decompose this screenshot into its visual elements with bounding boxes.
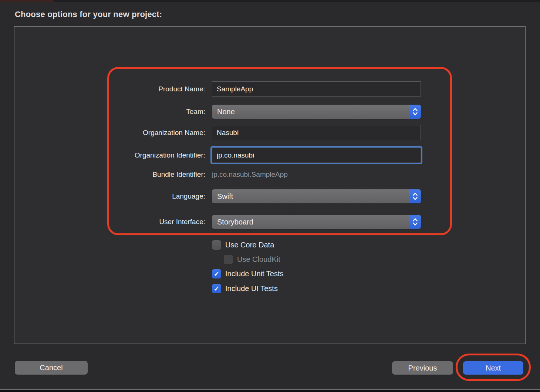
use-cloudkit-checkbox bbox=[224, 255, 233, 264]
include-ui-tests-row: Include UI Tests bbox=[212, 284, 278, 293]
include-unit-tests-label: Include Unit Tests bbox=[225, 270, 284, 278]
team-select-value: None bbox=[217, 108, 235, 116]
window-bottom-shadow bbox=[0, 390, 540, 392]
organization-identifier-row: Organization Identifier: bbox=[14, 148, 421, 163]
next-button[interactable]: Next bbox=[463, 361, 523, 375]
include-unit-tests-checkbox[interactable] bbox=[212, 269, 221, 278]
user-interface-row: User Interface: Storyboard bbox=[14, 215, 421, 229]
user-interface-label: User Interface: bbox=[14, 218, 205, 226]
new-project-options-dialog: Choose options for your new project: Pro… bbox=[0, 0, 540, 392]
dialog-title: Choose options for your new project: bbox=[15, 10, 162, 19]
chevron-up-down-icon bbox=[409, 189, 421, 203]
use-core-data-label: Use Core Data bbox=[225, 241, 274, 249]
organization-name-row: Organization Name: bbox=[14, 125, 421, 140]
use-core-data-checkbox[interactable] bbox=[212, 240, 221, 250]
language-select-value: Swift bbox=[217, 192, 233, 201]
product-name-input[interactable] bbox=[212, 81, 421, 97]
use-cloudkit-row: Use CloudKit bbox=[224, 255, 280, 264]
use-core-data-row: Use Core Data bbox=[212, 240, 274, 250]
product-name-row: Product Name: bbox=[14, 81, 421, 97]
bundle-identifier-label: Bundle Identifier: bbox=[14, 170, 205, 179]
organization-name-input[interactable] bbox=[212, 125, 421, 140]
use-cloudkit-label: Use CloudKit bbox=[237, 255, 280, 264]
chevron-up-down-icon bbox=[409, 215, 421, 229]
team-row: Team: None bbox=[14, 105, 421, 119]
user-interface-select-value: Storyboard bbox=[217, 218, 253, 226]
language-select[interactable]: Swift bbox=[212, 189, 421, 203]
window-top-edge-red-segment bbox=[0, 0, 54, 2]
cancel-button[interactable]: Cancel bbox=[15, 361, 88, 375]
organization-identifier-input[interactable] bbox=[212, 148, 421, 163]
previous-button[interactable]: Previous bbox=[392, 361, 453, 375]
bundle-identifier-value: jp.co.nasubi.SampleApp bbox=[212, 170, 288, 179]
user-interface-select[interactable]: Storyboard bbox=[212, 215, 421, 229]
include-ui-tests-label: Include UI Tests bbox=[225, 284, 278, 293]
product-name-label: Product Name: bbox=[14, 85, 205, 93]
chevron-up-down-icon bbox=[409, 105, 421, 119]
bundle-identifier-row: Bundle Identifier: jp.co.nasubi.SampleAp… bbox=[14, 170, 288, 179]
window-top-edge bbox=[0, 0, 540, 2]
organization-identifier-label: Organization Identifier: bbox=[14, 151, 205, 159]
team-label: Team: bbox=[14, 108, 205, 116]
options-panel bbox=[14, 26, 526, 344]
include-unit-tests-row: Include Unit Tests bbox=[212, 269, 284, 278]
language-row: Language: Swift bbox=[14, 189, 421, 203]
organization-name-label: Organization Name: bbox=[14, 129, 205, 137]
include-ui-tests-checkbox[interactable] bbox=[212, 284, 221, 293]
language-label: Language: bbox=[14, 192, 205, 200]
team-select[interactable]: None bbox=[212, 105, 421, 119]
